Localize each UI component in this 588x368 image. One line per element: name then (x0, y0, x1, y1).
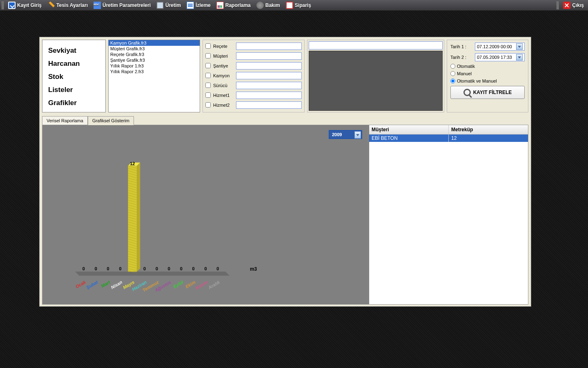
svg-text:0: 0 (143, 266, 146, 271)
filter-check-şantiye[interactable] (205, 63, 211, 68)
menu-uretim-parametreleri[interactable]: Üretim Parametreleri (91, 1, 153, 10)
menu-siparis[interactable]: Sipariş (283, 1, 314, 10)
svg-marker-11 (137, 163, 140, 272)
menu-cikis[interactable]: Çıkış (561, 1, 586, 10)
file-item[interactable]: Reçete Grafik.fr3 (109, 52, 200, 57)
menu-bakim[interactable]: Bakım (254, 1, 283, 10)
tree-stok[interactable]: Stok (47, 70, 104, 83)
svg-text:0: 0 (180, 266, 183, 271)
preview-area (309, 51, 443, 111)
main-toolbar: Kayıt Giriş Tesis Ayarları Üretim Parame… (0, 0, 588, 11)
abc-icon (94, 2, 101, 9)
table-row[interactable]: EBİ BETON12 (369, 135, 528, 142)
tree-grafikler[interactable]: Grafikler (47, 96, 104, 110)
filter-input-kamyon[interactable] (236, 72, 302, 79)
data-table: Müşteri Metreküp EBİ BETON12 (369, 125, 528, 304)
tarih2-input[interactable]: 07.05.2009 17:33 (475, 53, 525, 61)
filter-check-hizmet1[interactable] (205, 92, 211, 98)
svg-text:12: 12 (130, 161, 135, 166)
file-item[interactable]: Yıllık Rapor 1.fr3 (109, 63, 200, 69)
svg-marker-0 (75, 272, 229, 276)
document-icon (286, 2, 293, 9)
monitor-icon (156, 2, 164, 9)
filter-fields: ReçeteMüşteriŞantiyeKamyonSürücüHizmet1H… (203, 40, 305, 112)
svg-text:Kasım: Kasım (194, 279, 209, 290)
col-musteri[interactable]: Müşteri (369, 125, 449, 134)
filter-check-kamyon[interactable] (205, 73, 211, 78)
arrow-down-icon (8, 2, 16, 9)
search-icon (463, 89, 471, 96)
chart-pane: 2009 0Ocak0Şubat0Mart0Nisan12Mayıs0Hazir… (42, 125, 368, 304)
file-item[interactable]: Kamyon Grafik.fr3 (109, 40, 200, 46)
svg-text:0: 0 (95, 266, 97, 271)
filter-input-müşteri[interactable] (236, 52, 302, 60)
filter-input-reçete[interactable] (236, 43, 302, 50)
main-panel: Sevkiyat Harcanan Stok Listeler Grafikle… (39, 37, 531, 307)
filter-label: Kamyon (213, 73, 234, 78)
svg-text:m3: m3 (250, 266, 257, 272)
file-item[interactable]: Müşteri Grafik.fr3 (109, 46, 200, 52)
kayit-filtrele-button[interactable]: KAYIT FİLTRELE (450, 86, 525, 99)
file-item[interactable]: Yıllık Rapor 2.fr3 (109, 69, 200, 74)
tab-body: 2009 0Ocak0Şubat0Mart0Nisan12Mayıs0Hazir… (42, 125, 528, 305)
filter-label: Reçete (213, 44, 234, 49)
svg-text:Ekim: Ekim (185, 279, 196, 289)
category-tree: Sevkiyat Harcanan Stok Listeler Grafikle… (42, 40, 106, 112)
menu-raporlama[interactable]: Raporlama (214, 1, 253, 10)
svg-text:Şubat: Şubat (85, 279, 99, 290)
filter-check-hizmet2[interactable] (205, 102, 211, 108)
filter-label: Şantiye (213, 63, 234, 68)
toolbar-grip-right (557, 1, 559, 9)
toolbar-grip (2, 1, 4, 9)
svg-text:Eylül: Eylül (172, 279, 184, 289)
svg-text:Ocak: Ocak (75, 279, 87, 289)
tarih1-input[interactable]: 07.12.2009 00:00 (475, 43, 525, 51)
filter-extra-panel (307, 40, 444, 112)
radio-otomatik[interactable] (450, 64, 455, 69)
filter-extra-input[interactable] (309, 41, 443, 49)
filter-input-sürücü[interactable] (236, 82, 302, 89)
menu-tesis-ayarlari[interactable]: Tesis Ayarları (45, 1, 90, 10)
menu-izleme[interactable]: İzleme (184, 1, 213, 10)
filter-label: Hizmet2 (213, 103, 234, 108)
file-item[interactable]: Şantiye Grafik.fr3 (109, 57, 200, 63)
menu-kayit-giris[interactable]: Kayıt Giriş (6, 1, 44, 10)
filter-check-sürücü[interactable] (205, 83, 211, 88)
wrench-icon (47, 2, 55, 9)
tree-harcanan[interactable]: Harcanan (47, 57, 104, 70)
col-metrekup[interactable]: Metreküp (449, 125, 528, 134)
radio-both[interactable] (450, 79, 455, 83)
filter-input-hizmet1[interactable] (236, 92, 302, 99)
tree-sevkiyat[interactable]: Sevkiyat (47, 44, 104, 57)
svg-text:0: 0 (107, 266, 109, 271)
report-icon (187, 2, 194, 9)
chevron-down-icon[interactable] (516, 43, 523, 50)
filter-label: Hizmet1 (213, 93, 234, 98)
report-file-list[interactable]: Kamyon Grafik.fr3Müşteri Grafik.fr3Reçet… (108, 40, 200, 112)
filter-check-reçete[interactable] (205, 43, 211, 49)
filter-label: Müşteri (213, 54, 234, 58)
svg-text:Aralık: Aralık (207, 279, 221, 290)
close-icon (563, 2, 570, 9)
tab-grafiksel[interactable]: Grafiksel Gösterim (88, 116, 134, 125)
radio-manuel[interactable] (450, 71, 455, 76)
tarih2-label: Tarih 2 : (450, 55, 472, 60)
svg-text:Nisan: Nisan (110, 279, 123, 289)
gear-icon (256, 2, 264, 9)
filter-check-müşteri[interactable] (205, 53, 211, 58)
tab-verisel[interactable]: Verisel Raporlama (42, 116, 88, 125)
tree-listeler[interactable]: Listeler (47, 83, 104, 96)
chart-icon (216, 2, 224, 9)
tabs: Verisel Raporlama Grafiksel Gösterim (40, 116, 531, 125)
filter-input-hizmet2[interactable] (236, 101, 302, 109)
menu-uretim[interactable]: Üretim (154, 1, 183, 10)
bar-chart: 0Ocak0Şubat0Mart0Nisan12Mayıs0Haziran0Te… (42, 125, 368, 304)
radio-otomatik-label: Otomatik (457, 64, 475, 69)
filter-input-şantiye[interactable] (236, 62, 302, 70)
svg-text:0: 0 (82, 266, 85, 271)
chevron-down-icon[interactable] (516, 54, 523, 61)
date-filter-panel: Tarih 1 : 07.12.2009 00:00 Tarih 2 : 07.… (447, 40, 528, 112)
svg-text:0: 0 (192, 266, 195, 271)
svg-text:0: 0 (119, 266, 121, 271)
tarih1-label: Tarih 1 : (450, 44, 472, 49)
